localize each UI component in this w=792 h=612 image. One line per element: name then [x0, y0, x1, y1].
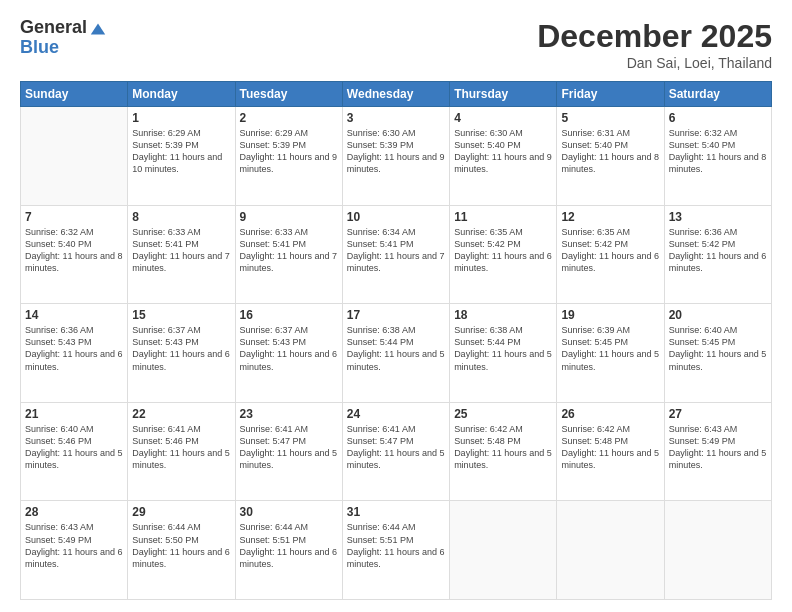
day-number: 6	[669, 111, 767, 125]
day-number: 14	[25, 308, 123, 322]
calendar-cell	[21, 107, 128, 206]
calendar-cell: 5Sunrise: 6:31 AMSunset: 5:40 PMDaylight…	[557, 107, 664, 206]
day-number: 13	[669, 210, 767, 224]
day-detail: Sunrise: 6:41 AMSunset: 5:47 PMDaylight:…	[240, 423, 338, 472]
day-number: 3	[347, 111, 445, 125]
calendar-cell: 14Sunrise: 6:36 AMSunset: 5:43 PMDayligh…	[21, 304, 128, 403]
day-number: 7	[25, 210, 123, 224]
calendar-cell: 28Sunrise: 6:43 AMSunset: 5:49 PMDayligh…	[21, 501, 128, 600]
calendar-cell: 11Sunrise: 6:35 AMSunset: 5:42 PMDayligh…	[450, 205, 557, 304]
day-detail: Sunrise: 6:36 AMSunset: 5:42 PMDaylight:…	[669, 226, 767, 275]
calendar-cell: 26Sunrise: 6:42 AMSunset: 5:48 PMDayligh…	[557, 402, 664, 501]
calendar-cell: 12Sunrise: 6:35 AMSunset: 5:42 PMDayligh…	[557, 205, 664, 304]
calendar-cell: 4Sunrise: 6:30 AMSunset: 5:40 PMDaylight…	[450, 107, 557, 206]
calendar-cell: 20Sunrise: 6:40 AMSunset: 5:45 PMDayligh…	[664, 304, 771, 403]
calendar-cell: 9Sunrise: 6:33 AMSunset: 5:41 PMDaylight…	[235, 205, 342, 304]
day-detail: Sunrise: 6:38 AMSunset: 5:44 PMDaylight:…	[454, 324, 552, 373]
day-detail: Sunrise: 6:42 AMSunset: 5:48 PMDaylight:…	[454, 423, 552, 472]
day-detail: Sunrise: 6:37 AMSunset: 5:43 PMDaylight:…	[132, 324, 230, 373]
calendar-cell: 17Sunrise: 6:38 AMSunset: 5:44 PMDayligh…	[342, 304, 449, 403]
day-detail: Sunrise: 6:30 AMSunset: 5:40 PMDaylight:…	[454, 127, 552, 176]
day-number: 31	[347, 505, 445, 519]
calendar-cell: 10Sunrise: 6:34 AMSunset: 5:41 PMDayligh…	[342, 205, 449, 304]
day-detail: Sunrise: 6:35 AMSunset: 5:42 PMDaylight:…	[561, 226, 659, 275]
day-detail: Sunrise: 6:39 AMSunset: 5:45 PMDaylight:…	[561, 324, 659, 373]
day-number: 30	[240, 505, 338, 519]
weekday-header: Saturday	[664, 82, 771, 107]
weekday-header: Sunday	[21, 82, 128, 107]
day-number: 2	[240, 111, 338, 125]
weekday-header: Monday	[128, 82, 235, 107]
day-number: 12	[561, 210, 659, 224]
day-detail: Sunrise: 6:35 AMSunset: 5:42 PMDaylight:…	[454, 226, 552, 275]
calendar-cell	[450, 501, 557, 600]
weekday-header: Wednesday	[342, 82, 449, 107]
day-detail: Sunrise: 6:30 AMSunset: 5:39 PMDaylight:…	[347, 127, 445, 176]
day-number: 15	[132, 308, 230, 322]
weekday-header: Tuesday	[235, 82, 342, 107]
weekday-header: Thursday	[450, 82, 557, 107]
calendar-cell	[664, 501, 771, 600]
calendar-cell: 24Sunrise: 6:41 AMSunset: 5:47 PMDayligh…	[342, 402, 449, 501]
day-number: 29	[132, 505, 230, 519]
calendar-cell: 16Sunrise: 6:37 AMSunset: 5:43 PMDayligh…	[235, 304, 342, 403]
weekday-header: Friday	[557, 82, 664, 107]
day-detail: Sunrise: 6:32 AMSunset: 5:40 PMDaylight:…	[669, 127, 767, 176]
day-detail: Sunrise: 6:37 AMSunset: 5:43 PMDaylight:…	[240, 324, 338, 373]
day-detail: Sunrise: 6:32 AMSunset: 5:40 PMDaylight:…	[25, 226, 123, 275]
day-detail: Sunrise: 6:40 AMSunset: 5:45 PMDaylight:…	[669, 324, 767, 373]
calendar-cell: 3Sunrise: 6:30 AMSunset: 5:39 PMDaylight…	[342, 107, 449, 206]
day-number: 5	[561, 111, 659, 125]
day-detail: Sunrise: 6:29 AMSunset: 5:39 PMDaylight:…	[132, 127, 230, 176]
calendar-cell: 29Sunrise: 6:44 AMSunset: 5:50 PMDayligh…	[128, 501, 235, 600]
day-number: 8	[132, 210, 230, 224]
day-detail: Sunrise: 6:43 AMSunset: 5:49 PMDaylight:…	[669, 423, 767, 472]
day-detail: Sunrise: 6:44 AMSunset: 5:50 PMDaylight:…	[132, 521, 230, 570]
calendar-cell: 25Sunrise: 6:42 AMSunset: 5:48 PMDayligh…	[450, 402, 557, 501]
day-detail: Sunrise: 6:42 AMSunset: 5:48 PMDaylight:…	[561, 423, 659, 472]
calendar-cell: 22Sunrise: 6:41 AMSunset: 5:46 PMDayligh…	[128, 402, 235, 501]
day-number: 1	[132, 111, 230, 125]
day-number: 22	[132, 407, 230, 421]
calendar-cell: 8Sunrise: 6:33 AMSunset: 5:41 PMDaylight…	[128, 205, 235, 304]
logo-general-text: General	[20, 18, 87, 38]
calendar-cell	[557, 501, 664, 600]
calendar-cell: 6Sunrise: 6:32 AMSunset: 5:40 PMDaylight…	[664, 107, 771, 206]
day-detail: Sunrise: 6:34 AMSunset: 5:41 PMDaylight:…	[347, 226, 445, 275]
day-detail: Sunrise: 6:31 AMSunset: 5:40 PMDaylight:…	[561, 127, 659, 176]
day-number: 28	[25, 505, 123, 519]
month-title: December 2025	[537, 18, 772, 55]
day-detail: Sunrise: 6:33 AMSunset: 5:41 PMDaylight:…	[240, 226, 338, 275]
calendar-cell: 15Sunrise: 6:37 AMSunset: 5:43 PMDayligh…	[128, 304, 235, 403]
day-number: 19	[561, 308, 659, 322]
day-detail: Sunrise: 6:38 AMSunset: 5:44 PMDaylight:…	[347, 324, 445, 373]
title-block: December 2025 Dan Sai, Loei, Thailand	[537, 18, 772, 71]
calendar-cell: 19Sunrise: 6:39 AMSunset: 5:45 PMDayligh…	[557, 304, 664, 403]
day-detail: Sunrise: 6:41 AMSunset: 5:47 PMDaylight:…	[347, 423, 445, 472]
day-number: 26	[561, 407, 659, 421]
calendar-cell: 21Sunrise: 6:40 AMSunset: 5:46 PMDayligh…	[21, 402, 128, 501]
day-detail: Sunrise: 6:41 AMSunset: 5:46 PMDaylight:…	[132, 423, 230, 472]
subtitle: Dan Sai, Loei, Thailand	[537, 55, 772, 71]
calendar-cell: 27Sunrise: 6:43 AMSunset: 5:49 PMDayligh…	[664, 402, 771, 501]
logo: General Blue	[20, 18, 107, 58]
day-number: 25	[454, 407, 552, 421]
calendar-table: SundayMondayTuesdayWednesdayThursdayFrid…	[20, 81, 772, 600]
page: General Blue December 2025 Dan Sai, Loei…	[0, 0, 792, 612]
calendar-cell: 31Sunrise: 6:44 AMSunset: 5:51 PMDayligh…	[342, 501, 449, 600]
day-detail: Sunrise: 6:40 AMSunset: 5:46 PMDaylight:…	[25, 423, 123, 472]
calendar-cell: 1Sunrise: 6:29 AMSunset: 5:39 PMDaylight…	[128, 107, 235, 206]
day-number: 11	[454, 210, 552, 224]
day-detail: Sunrise: 6:33 AMSunset: 5:41 PMDaylight:…	[132, 226, 230, 275]
day-detail: Sunrise: 6:36 AMSunset: 5:43 PMDaylight:…	[25, 324, 123, 373]
calendar-cell: 2Sunrise: 6:29 AMSunset: 5:39 PMDaylight…	[235, 107, 342, 206]
day-detail: Sunrise: 6:43 AMSunset: 5:49 PMDaylight:…	[25, 521, 123, 570]
day-detail: Sunrise: 6:44 AMSunset: 5:51 PMDaylight:…	[347, 521, 445, 570]
day-number: 23	[240, 407, 338, 421]
day-number: 4	[454, 111, 552, 125]
day-number: 10	[347, 210, 445, 224]
calendar-cell: 30Sunrise: 6:44 AMSunset: 5:51 PMDayligh…	[235, 501, 342, 600]
day-number: 24	[347, 407, 445, 421]
day-number: 20	[669, 308, 767, 322]
logo-icon	[89, 20, 107, 38]
